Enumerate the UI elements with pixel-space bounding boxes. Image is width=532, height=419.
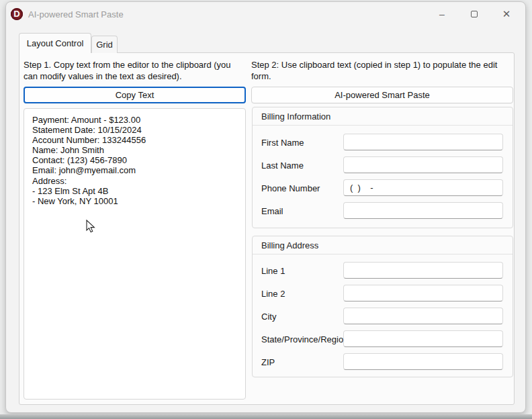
tab-grid[interactable]: Grid	[91, 36, 118, 53]
close-button[interactable]: ✕	[490, 3, 523, 25]
smart-paste-button[interactable]: AI-powered Smart Paste	[251, 87, 513, 103]
field-state: State/Province/Region	[253, 330, 513, 348]
billing-address-group: Billing Address Line 1 Line 2 City State…	[252, 236, 513, 377]
minimize-button[interactable]: –	[426, 3, 458, 25]
billing-information-group: Billing Information First Name Last Name…	[252, 107, 513, 228]
window-title: AI-powered Smart Paste	[28, 9, 124, 19]
app-window: D AI-powered Smart Paste – ✕ Layout Cont…	[5, 1, 526, 413]
group-title: Billing Address	[253, 236, 513, 254]
tab-page-panel: Step 1. Copy text from the editor to the…	[19, 52, 515, 405]
maximize-icon	[471, 11, 478, 17]
field-label: Phone Number	[261, 183, 320, 193]
field-line2: Line 2	[253, 285, 513, 302]
field-last-name: Last Name	[253, 156, 513, 174]
copy-text-button[interactable]: Copy Text	[24, 87, 246, 103]
field-label: City	[261, 312, 276, 322]
field-label: ZIP	[261, 357, 275, 367]
phone-number-input[interactable]	[343, 179, 503, 196]
field-first-name: First Name	[253, 134, 513, 151]
zip-input[interactable]	[343, 353, 503, 370]
field-label: Line 2	[261, 289, 285, 299]
field-label: State/Province/Region	[261, 334, 348, 344]
field-label: Email	[261, 206, 283, 216]
last-name-input[interactable]	[343, 156, 503, 173]
line2-input[interactable]	[343, 285, 503, 301]
field-label: Line 1	[261, 266, 285, 276]
line1-input[interactable]	[343, 262, 503, 279]
city-input[interactable]	[343, 308, 503, 324]
group-title: Billing Information	[253, 107, 513, 126]
field-phone-number: Phone Number	[253, 179, 513, 197]
email-input[interactable]	[343, 202, 503, 219]
tab-layout-control[interactable]: Layout Control	[19, 33, 91, 53]
title-bar[interactable]: D AI-powered Smart Paste – ✕	[6, 2, 525, 26]
field-label: Last Name	[261, 160, 304, 171]
first-name-input[interactable]	[343, 134, 503, 150]
field-email: Email	[253, 202, 513, 220]
desktop-edge	[0, 414, 532, 419]
field-label: First Name	[261, 138, 304, 148]
step1-instructions: Step 1. Copy text from the editor to the…	[24, 59, 245, 82]
clipboard-source-editor[interactable]: Payment: Amount - $123.00 Statement Date…	[24, 108, 246, 400]
step2-instructions: Step 2: Use clipboard text (copied in st…	[251, 59, 515, 82]
field-zip: ZIP	[253, 353, 513, 371]
minimize-icon: –	[439, 9, 445, 19]
field-city: City	[253, 308, 513, 325]
app-logo-icon: D	[11, 8, 23, 20]
window-controls: – ✕	[426, 2, 523, 26]
state-input[interactable]	[343, 330, 503, 347]
close-icon: ✕	[502, 8, 511, 20]
field-line1: Line 1	[253, 262, 513, 279]
maximize-button[interactable]	[458, 3, 490, 25]
